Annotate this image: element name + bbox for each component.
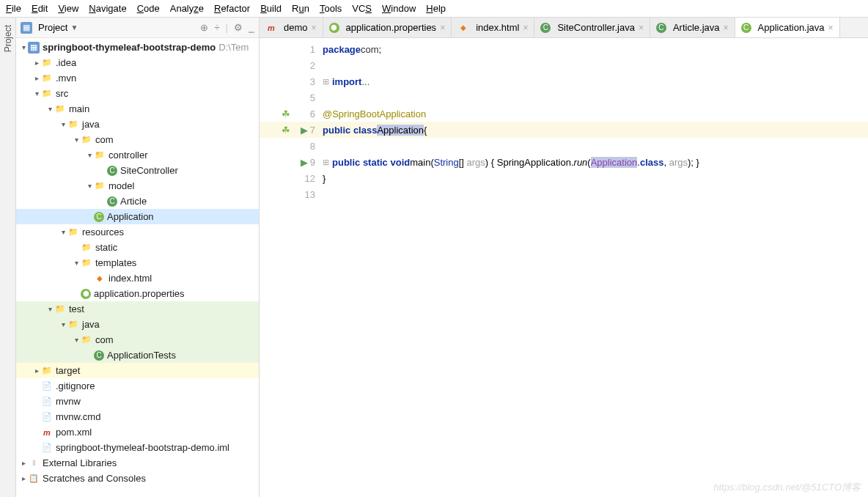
tree-static[interactable]: static (95, 242, 117, 253)
tree-java[interactable]: java (82, 119, 100, 130)
menu-view[interactable]: View (58, 3, 78, 14)
close-icon[interactable]: × (828, 23, 834, 33)
tree-gitignore[interactable]: .gitignore (56, 380, 95, 391)
close-icon[interactable]: × (639, 23, 644, 33)
close-icon[interactable]: × (724, 23, 729, 33)
tree-target[interactable]: target (56, 365, 80, 376)
spring-icon: ⬢ (81, 289, 91, 299)
class-icon: C (107, 166, 117, 176)
menu-refactor[interactable]: Refactor (214, 3, 250, 14)
folder-icon: 📁 (41, 73, 53, 84)
code-area[interactable]: 1 2 3 5 6☘ 7☘▶ 8 9▶ 12 13 package com; ⊞… (260, 38, 868, 497)
scratches-icon: 📋 (28, 473, 40, 485)
folder-icon: 📁 (81, 242, 92, 254)
maven-icon: m (41, 427, 53, 438)
tab-appprops[interactable]: ⬢application.properties× (323, 18, 452, 37)
tree-testcom[interactable]: com (95, 334, 114, 345)
target-folder-icon: 📁 (41, 365, 53, 377)
tree-extlib[interactable]: External Libraries (43, 457, 117, 468)
tree-pom[interactable]: pom.xml (56, 427, 92, 438)
tree-scratches[interactable]: Scratches and Consoles (43, 473, 146, 484)
dropdown-icon[interactable]: ▼ (70, 23, 78, 32)
tree-indexhtml[interactable]: index.html (108, 273, 152, 284)
folder-icon: 📁 (54, 103, 66, 115)
editor-tabs: mdemo× ⬢application.properties× ◆index.h… (260, 18, 868, 38)
tree-mvn[interactable]: .mvn (56, 73, 76, 84)
folder-icon: 📁 (54, 303, 66, 315)
run-gutter-icon[interactable]: ▶ (301, 157, 308, 168)
tree-apptests[interactable]: ApplicationTests (107, 350, 176, 361)
spring-class-icon: C (94, 212, 104, 222)
menu-window[interactable]: Window (382, 3, 416, 14)
tab-application[interactable]: CApplication.java× (735, 18, 840, 37)
file-icon: 📄 (41, 380, 53, 392)
pane-title: Project (38, 22, 67, 33)
fold-icon[interactable]: ⊞ (323, 77, 329, 86)
spring-gutter-icon[interactable]: ☘ (282, 108, 290, 119)
collapse-icon[interactable]: ÷ (214, 22, 219, 33)
package-icon: 📁 (94, 150, 106, 161)
project-pane-header: ▦ Project ▼ ⊕ ÷ | ⚙ ⎯ (16, 18, 259, 38)
tree-templates[interactable]: templates (95, 257, 136, 268)
tab-demo[interactable]: mdemo× (260, 18, 323, 37)
class-icon: C (107, 196, 117, 207)
tab-article[interactable]: CArticle.java× (650, 18, 735, 37)
tree-iml[interactable]: springboot-thymeleaf-bootstrap-demo.iml (56, 442, 229, 453)
fold-icon[interactable]: ⊞ (323, 158, 329, 167)
menu-run[interactable]: Run (292, 3, 309, 14)
menu-code[interactable]: Code (137, 3, 160, 14)
tree-model[interactable]: model (108, 180, 134, 191)
spring-gutter-icon[interactable]: ☘ (282, 125, 290, 136)
menu-help[interactable]: Help (426, 3, 446, 14)
package-icon: 📁 (81, 334, 92, 346)
source-folder-icon: 📁 (67, 119, 79, 130)
libraries-icon: ⦀ (28, 457, 40, 469)
menu-analyze[interactable]: Analyze (170, 3, 204, 14)
tree-com[interactable]: com (95, 134, 114, 145)
tree-application[interactable]: Application (107, 211, 154, 222)
test-folder-icon: 📁 (67, 319, 79, 331)
close-icon[interactable]: × (312, 23, 317, 33)
menu-navigate[interactable]: Navigate (89, 3, 126, 14)
tree-root[interactable]: springboot-thymeleaf-bootstrap-demo (43, 42, 216, 53)
file-icon: 📄 (41, 396, 53, 408)
menu-tools[interactable]: Tools (320, 3, 342, 14)
close-icon[interactable]: × (523, 23, 528, 33)
file-icon: 📄 (41, 442, 53, 454)
tab-indexhtml[interactable]: ◆index.html× (452, 18, 534, 37)
hide-icon[interactable]: ⎯ (249, 22, 254, 33)
project-pane: ▦ Project ▼ ⊕ ÷ | ⚙ ⎯ ▾▦springboot-thyme… (16, 18, 260, 497)
locate-icon[interactable]: ⊕ (200, 22, 208, 33)
package-icon: 📁 (94, 180, 106, 192)
tree-article[interactable]: Article (120, 196, 147, 207)
tree-controller[interactable]: controller (108, 150, 147, 161)
divider-icon: | (226, 22, 228, 33)
tree-mvnw[interactable]: mvnw (56, 396, 81, 407)
file-icon: 📄 (41, 411, 53, 423)
menu-bar: File Edit View Navigate Code Analyze Ref… (0, 0, 868, 18)
project-tree[interactable]: ▾▦springboot-thymeleaf-bootstrap-demoD:\… (16, 38, 259, 497)
gear-icon[interactable]: ⚙ (234, 22, 243, 33)
menu-file[interactable]: File (6, 3, 21, 14)
run-gutter-icon[interactable]: ▶ (301, 125, 308, 136)
tree-testjava[interactable]: java (82, 319, 100, 330)
resources-folder-icon: 📁 (67, 227, 79, 238)
tree-src[interactable]: src (56, 88, 68, 99)
menu-edit[interactable]: Edit (32, 3, 48, 14)
package-icon: 📁 (81, 134, 92, 146)
tree-main[interactable]: main (69, 103, 89, 114)
menu-vcs[interactable]: VCS (352, 3, 372, 14)
html-icon: ◆ (94, 273, 106, 284)
tree-idea[interactable]: .idea (56, 57, 76, 68)
watermark: https://blog.csdn.net/@51CTO博客 (713, 481, 861, 494)
menu-build[interactable]: Build (260, 3, 282, 14)
tree-test[interactable]: test (69, 303, 84, 314)
tree-appprops[interactable]: application.properties (94, 288, 185, 299)
code-content[interactable]: package com; ⊞import ... @SpringBootAppl… (320, 38, 868, 497)
tree-sitecontroller[interactable]: SiteController (120, 165, 178, 176)
tab-sitecontroller[interactable]: CSiteController.java× (534, 18, 650, 37)
tree-mvnwcmd[interactable]: mvnw.cmd (56, 411, 100, 422)
side-tab-project[interactable]: Project (3, 25, 13, 52)
tree-resources[interactable]: resources (82, 227, 124, 238)
close-icon[interactable]: × (440, 23, 445, 33)
